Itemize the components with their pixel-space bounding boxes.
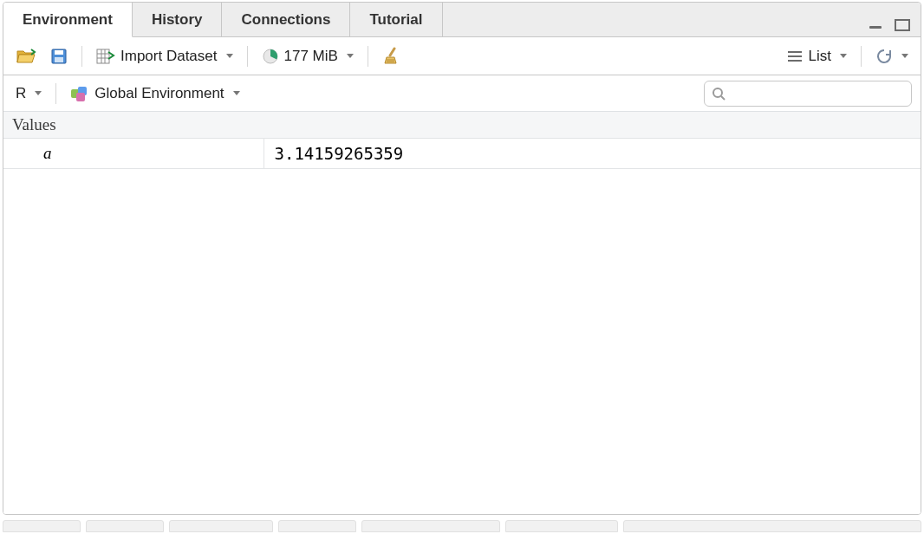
view-mode-button[interactable]: List	[783, 46, 850, 67]
separator	[368, 46, 368, 67]
separator	[81, 46, 82, 67]
tab-tutorial[interactable]: Tutorial	[350, 3, 442, 36]
empty-area	[3, 169, 921, 514]
section-header: Values	[3, 112, 921, 139]
grid-import-icon	[96, 49, 115, 64]
view-mode-label: List	[809, 48, 831, 65]
pie-chart-icon	[262, 48, 279, 65]
svg-point-20	[713, 88, 722, 97]
svg-rect-19	[76, 93, 85, 101]
folder-open-icon	[16, 48, 36, 65]
chevron-down-icon	[347, 54, 354, 58]
save-button[interactable]	[47, 46, 71, 67]
svg-line-11	[390, 49, 394, 55]
environment-table: a 3.14159265359	[3, 139, 921, 169]
chevron-down-icon	[233, 91, 240, 95]
scope-row: R Global Environment	[3, 75, 921, 112]
chevron-down-icon	[840, 54, 847, 58]
variable-name: a	[3, 139, 264, 169]
section-header-label: Values	[12, 115, 56, 133]
variable-value: 3.14159265359	[264, 139, 921, 169]
separator	[55, 83, 56, 104]
refresh-button[interactable]	[872, 46, 912, 67]
broom-icon	[382, 47, 401, 66]
tab-label: Tutorial	[369, 11, 422, 29]
clear-objects-button[interactable]	[379, 45, 405, 68]
tab-connections[interactable]: Connections	[222, 3, 350, 36]
language-selector[interactable]: R	[12, 83, 45, 104]
floppy-disk-icon	[50, 48, 68, 65]
environment-scope-icon	[70, 85, 89, 102]
maximize-pane-icon[interactable]	[893, 17, 912, 33]
language-label: R	[16, 85, 26, 102]
search-box[interactable]	[704, 81, 912, 107]
toolbar: Import Dataset 177 MiB	[3, 37, 921, 75]
svg-rect-5	[97, 49, 109, 63]
tab-environment[interactable]: Environment	[3, 3, 133, 37]
svg-rect-0	[869, 26, 882, 29]
separator	[861, 46, 862, 67]
table-row[interactable]: a 3.14159265359	[3, 139, 921, 169]
tabs-row: Environment History Connections Tutorial	[3, 3, 921, 37]
list-icon	[786, 49, 804, 63]
tab-label: History	[152, 11, 203, 29]
memory-usage-button[interactable]: 177 MiB	[258, 46, 357, 67]
import-dataset-button[interactable]: Import Dataset	[93, 46, 237, 67]
chevron-down-icon	[35, 91, 42, 95]
refresh-icon	[875, 48, 893, 65]
open-folder-button[interactable]	[12, 46, 40, 67]
chevron-down-icon	[901, 54, 908, 58]
chevron-down-icon	[226, 54, 233, 58]
import-dataset-label: Import Dataset	[120, 48, 218, 65]
tab-label: Connections	[241, 11, 330, 29]
environment-selector[interactable]: Global Environment	[67, 83, 243, 104]
svg-rect-3	[55, 50, 63, 55]
svg-rect-1	[895, 20, 909, 30]
environment-label: Global Environment	[94, 85, 224, 102]
svg-line-21	[721, 96, 725, 100]
minimize-pane-icon[interactable]	[867, 17, 886, 33]
search-icon	[712, 87, 726, 101]
memory-usage-label: 177 MiB	[284, 48, 338, 65]
tab-history[interactable]: History	[133, 3, 223, 36]
bottom-tab-strip	[3, 520, 921, 532]
separator	[247, 46, 248, 67]
tab-label: Environment	[23, 11, 113, 29]
svg-rect-4	[55, 57, 63, 62]
search-input[interactable]	[726, 86, 904, 101]
